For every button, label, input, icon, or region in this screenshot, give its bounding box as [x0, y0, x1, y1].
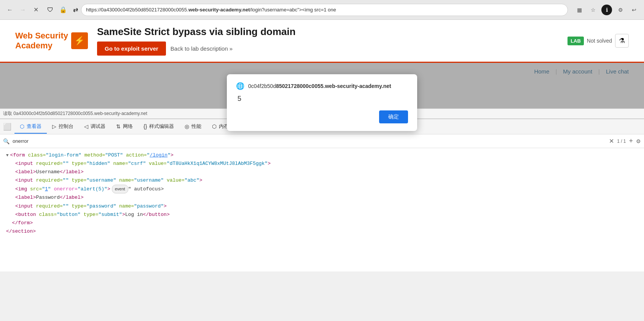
gray-background: Home | My account | Live chat Login 🌐 0c…: [0, 63, 644, 109]
code-line-label-password: <label> Password </label>: [6, 193, 638, 202]
triangle-icon: ▼: [6, 152, 9, 159]
code-line-csrf: <input required="" type="hidden" name="c…: [6, 160, 638, 168]
src-link[interactable]: 1: [45, 186, 48, 192]
back-to-lab-link[interactable]: Back to lab description »: [171, 45, 233, 52]
alert-header: 🌐 0c04f2b50d85021728000c0055.web-securit…: [236, 82, 408, 90]
debugger-tab-icon: ◁: [84, 123, 88, 129]
alert-number: 5: [238, 95, 408, 103]
network-tab-label: 网络: [123, 123, 133, 130]
inspector-icon[interactable]: ⬜: [3, 123, 11, 131]
style-editor-tab-icon: {}: [143, 123, 147, 129]
exploit-server-button[interactable]: Go to exploit server: [97, 42, 166, 56]
search-add-button[interactable]: +: [629, 137, 633, 145]
alert-ok-button[interactable]: 确定: [379, 110, 408, 123]
tab-console[interactable]: ▷ 控制台: [47, 120, 79, 134]
status-text: 读取 0a43000c04f2b50d85021728000c0055.web-…: [3, 111, 147, 116]
code-line-label-username: <label> Username </label>: [6, 168, 638, 176]
search-settings-button[interactable]: ⚙: [636, 138, 641, 144]
flask-button[interactable]: ⚗: [615, 34, 629, 48]
code-area: ▼ <form class="login-form" method="POST"…: [0, 148, 644, 271]
globe-icon: 🌐: [236, 82, 244, 90]
event-badge[interactable]: event: [112, 185, 128, 193]
close-button[interactable]: ✕: [30, 5, 41, 15]
tab-debugger[interactable]: ◁ 调试器: [79, 120, 111, 134]
browser-actions: ▦ ☆ ℹ ⚙ ↩: [574, 5, 639, 15]
alert-footer: 确定: [236, 110, 408, 123]
inspector-tab-icon: ⬡: [20, 123, 24, 129]
nav-buttons: ← → ✕: [5, 5, 41, 15]
tab-performance[interactable]: ◎ 性能: [179, 120, 207, 134]
action-link[interactable]: /login: [150, 152, 167, 158]
address-bar[interactable]: https://0a43000c04f2b50d85021728000c0055…: [81, 4, 568, 16]
search-clear-button[interactable]: ✕: [609, 137, 614, 145]
extensions-button[interactable]: ⚙: [615, 5, 626, 15]
search-input[interactable]: [13, 138, 606, 144]
search-icon: 🔍: [3, 138, 10, 144]
code-line-section-close: </section>: [6, 227, 638, 236]
url-text: https://0a43000c04f2b50d85021728000c0055…: [86, 7, 336, 13]
code-line-img: <img src="1" onerror="alert(5)" > event …: [6, 185, 638, 193]
site-header: Web Security Academy ⚡ SameSite Strict b…: [0, 20, 644, 63]
page-wrapper: Web Security Academy ⚡ SameSite Strict b…: [0, 20, 644, 118]
forward-button[interactable]: →: [18, 5, 28, 15]
code-line-input-username: <input required="" type="username" name=…: [6, 176, 638, 185]
lock-icon: 🔒: [59, 6, 67, 13]
style-editor-tab-label: 样式编辑器: [149, 123, 174, 130]
devtools-panel: ⬜ ⬡ 查看器 ▷ 控制台 ◁ 调试器 ⇅ 网络 {} 样式编辑器 ◎ 性能 ⬡…: [0, 118, 644, 271]
alert-domain: 0c04f2b50d85021728000c0055.web-security-…: [248, 83, 391, 89]
performance-tab-icon: ◎: [185, 123, 189, 129]
network-icon: ⇄: [73, 6, 78, 13]
search-count: 1 / 1: [617, 139, 626, 144]
back-button[interactable]: ←: [5, 5, 15, 15]
bookmark-button[interactable]: ☆: [588, 5, 598, 15]
tab-inspector[interactable]: ⬡ 查看器: [14, 120, 47, 134]
performance-tab-label: 性能: [191, 123, 201, 130]
security-shield-icon: 🛡: [47, 6, 53, 13]
memory-tab-icon: ⬡: [212, 123, 217, 129]
back-arrow-button[interactable]: ↩: [629, 5, 639, 15]
console-tab-label: 控制台: [59, 123, 73, 130]
tab-style-editor[interactable]: {} 样式编辑器: [138, 120, 179, 134]
lab-title: SameSite Strict bypass via sibling domai…: [97, 26, 558, 38]
logo-area: Web Security Academy ⚡: [15, 31, 88, 51]
devtools-search-bar: 🔍 ✕ 1 / 1 + ⚙: [0, 134, 644, 148]
header-middle: SameSite Strict bypass via sibling domai…: [97, 26, 558, 56]
alert-overlay: 🌐 0c04f2b50d85021728000c0055.web-securit…: [0, 63, 644, 109]
url-domain: web-security-academy.net: [188, 7, 250, 13]
browser-chrome: ← → ✕ 🛡 🔒 ⇄ https://0a43000c04f2b50d8502…: [0, 0, 644, 20]
code-line-form-close: </form>: [6, 219, 638, 227]
lab-badge-area: LAB Not solved ⚗: [567, 34, 629, 48]
logo-icon: ⚡: [71, 32, 88, 49]
tab-network[interactable]: ⇅ 网络: [111, 120, 138, 134]
not-solved-label: Not solved: [587, 38, 612, 44]
network-tab-icon: ⇅: [116, 123, 121, 129]
alert-dialog: 🌐 0c04f2b50d85021728000c0055.web-securit…: [227, 74, 417, 131]
qr-button[interactable]: ▦: [574, 5, 585, 15]
header-actions: Go to exploit server Back to lab descrip…: [97, 42, 558, 56]
console-tab-icon: ▷: [52, 123, 56, 129]
code-line-button: <button class="button" type="submit" > L…: [6, 211, 638, 219]
logo-text: Web Security Academy: [15, 31, 68, 51]
debugger-tab-label: 调试器: [91, 123, 105, 130]
lab-badge: LAB: [567, 37, 584, 45]
code-line-form: ▼ <form class="login-form" method="POST"…: [6, 151, 638, 160]
info-button[interactable]: ℹ: [601, 5, 612, 15]
code-line-input-password: <input required="" type="password" name=…: [6, 202, 638, 211]
inspector-tab-label: 查看器: [27, 123, 41, 130]
